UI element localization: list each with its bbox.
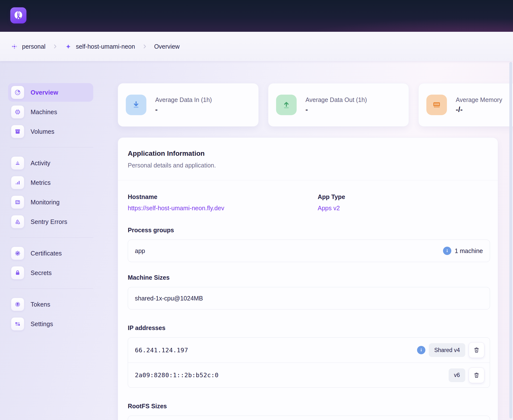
sidebar-divider: [10, 147, 93, 147]
download-icon: [126, 95, 146, 115]
section-title: Application Information: [128, 149, 488, 158]
sidebar-item-activity[interactable]: Activity: [8, 154, 93, 172]
sidebar-divider: [10, 237, 93, 238]
ip-row-actions: Shared v4: [417, 342, 484, 358]
machine-sizes-section: Machine Sizes shared-1x-cpu@1024MB: [128, 274, 490, 309]
info-icon[interactable]: [443, 247, 451, 255]
sparkle-icon: [65, 43, 72, 50]
rootfs-row: 171 MB 1 machine: [128, 416, 490, 420]
sidebar-item-metrics[interactable]: Metrics: [8, 173, 93, 192]
sidebar-item-label: Secrets: [31, 269, 52, 276]
stat-value: -/-: [456, 105, 502, 114]
sidebar-item-secrets[interactable]: Secrets: [8, 264, 93, 282]
memory-icon: [426, 95, 447, 115]
hostname-link[interactable]: https://self-host-umami-neon.fly.dev: [128, 204, 224, 212]
breadcrumb-page[interactable]: Overview: [154, 43, 180, 50]
main-content: Average Data In (1h) - Average Data Out …: [118, 61, 513, 420]
application-information-card: Application Information Personal details…: [118, 137, 498, 420]
sidebar-item-label: Volumes: [31, 128, 54, 135]
organization-icon: [11, 43, 18, 50]
breadcrumb-org[interactable]: personal: [11, 43, 46, 50]
sidebar-item-label: Machines: [31, 109, 57, 116]
sidebar-item-tokens[interactable]: Tokens: [8, 295, 93, 314]
stat-card-data-out: Average Data Out (1h) -: [268, 83, 409, 127]
keyhole-icon: [11, 298, 24, 311]
breadcrumb-app[interactable]: self-host-umami-neon: [65, 43, 135, 50]
ip-row-actions: v6: [449, 367, 484, 383]
sidebar-item-overview[interactable]: Overview: [8, 83, 93, 102]
stat-value: -: [305, 105, 367, 114]
ip-address-value: 66.241.124.197: [135, 347, 188, 354]
breadcrumb-org-label: personal: [22, 43, 46, 50]
sidebar-item-label: Certificates: [31, 250, 62, 257]
rootfs-section: RootFS Sizes 171 MB 1 machine: [128, 402, 490, 420]
lock-icon: [11, 266, 24, 279]
machine-sizes-label: Machine Sizes: [128, 274, 490, 281]
machine-size-row: shared-1x-cpu@1024MB: [128, 287, 490, 309]
info-icon[interactable]: [417, 346, 425, 354]
fly-logo[interactable]: [10, 7, 26, 23]
process-group-name: app: [135, 247, 145, 254]
rootfs-table: 171 MB 1 machine: [128, 416, 490, 420]
sidebar-item-sentry-errors[interactable]: Sentry Errors: [8, 212, 93, 231]
sidebar: Overview Machines: [0, 61, 118, 420]
chevron-right-icon: [141, 43, 148, 50]
sidebar-item-label: Overview: [31, 89, 58, 96]
sidebar-item-label: Metrics: [31, 179, 51, 186]
chevron-right-icon: [52, 43, 58, 50]
upload-icon: [276, 95, 297, 115]
card-body: Hostname https://self-host-umami-neon.fl…: [118, 193, 498, 420]
trash-icon: [472, 346, 481, 354]
process-groups-section: Process groups app 1 machine: [128, 226, 490, 262]
stat-text: Average Memory -/-: [456, 96, 502, 114]
stat-label: Average Data Out (1h): [305, 96, 367, 103]
breadcrumb-app-label: self-host-umami-neon: [76, 43, 135, 50]
ip-row: 66.241.124.197 Shared v4: [128, 338, 490, 363]
trash-icon: [472, 371, 481, 379]
stat-label: Average Data In (1h): [155, 96, 212, 103]
sentry-icon: [11, 215, 24, 228]
sidebar-item-label: Activity: [31, 160, 50, 167]
top-header: [0, 0, 513, 32]
stat-value: -: [155, 105, 212, 114]
delete-ip-button[interactable]: [469, 367, 484, 383]
sidebar-item-machines[interactable]: Machines: [8, 103, 93, 121]
ip-row: 2a09:8280:1::2b:b52c:0 v6: [128, 363, 490, 387]
rootfs-label: RootFS Sizes: [128, 402, 490, 410]
ip-addresses-table: 66.241.124.197 Shared v4: [128, 337, 490, 388]
process-groups-label: Process groups: [128, 226, 490, 234]
breadcrumb-page-label: Overview: [154, 43, 180, 50]
sidebar-item-label: Tokens: [31, 301, 50, 308]
vertical-scrollbar[interactable]: [509, 62, 512, 419]
app-body: Overview Machines: [0, 61, 513, 420]
sidebar-item-label: Monitoring: [31, 199, 60, 206]
sidebar-item-monitoring[interactable]: Monitoring: [8, 193, 93, 211]
section-subtitle: Personal details and application.: [128, 162, 488, 169]
app-type-field: App Type Apps v2: [318, 193, 490, 212]
hostname-apptype-grid: Hostname https://self-host-umami-neon.fl…: [128, 193, 490, 212]
fly-dashboard: personal self-host-umami-neon Overview: [0, 0, 513, 420]
breadcrumb: personal self-host-umami-neon Overview: [0, 32, 513, 61]
app-type-link[interactable]: Apps v2: [318, 204, 340, 212]
stack-icon: [11, 156, 24, 170]
stat-text: Average Data Out (1h) -: [305, 96, 367, 114]
machine-count-label: 1 machine: [455, 247, 483, 254]
sidebar-item-settings[interactable]: Settings: [8, 315, 93, 333]
ip-type-badge: Shared v4: [429, 343, 465, 357]
sidebar-item-certificates[interactable]: Certificates: [8, 244, 93, 263]
stat-label: Average Memory: [456, 96, 502, 103]
sidebar-divider: [10, 288, 93, 289]
box-icon: [11, 125, 24, 138]
sidebar-item-volumes[interactable]: Volumes: [8, 122, 93, 141]
stat-text: Average Data In (1h) -: [155, 96, 212, 114]
cpu-icon: [11, 105, 24, 119]
pie-chart-icon: [11, 86, 24, 99]
sidebar-item-label: Settings: [31, 321, 53, 328]
delete-ip-button[interactable]: [469, 342, 484, 358]
hostname-label: Hostname: [128, 193, 318, 200]
toggles-icon: [11, 317, 24, 331]
machine-size-value: shared-1x-cpu@1024MB: [135, 295, 203, 302]
ip-addresses-section: IP addresses 66.241.124.197 Shared v4: [128, 324, 490, 388]
ip-addresses-label: IP addresses: [128, 324, 490, 332]
bar-chart-icon: [11, 176, 24, 189]
